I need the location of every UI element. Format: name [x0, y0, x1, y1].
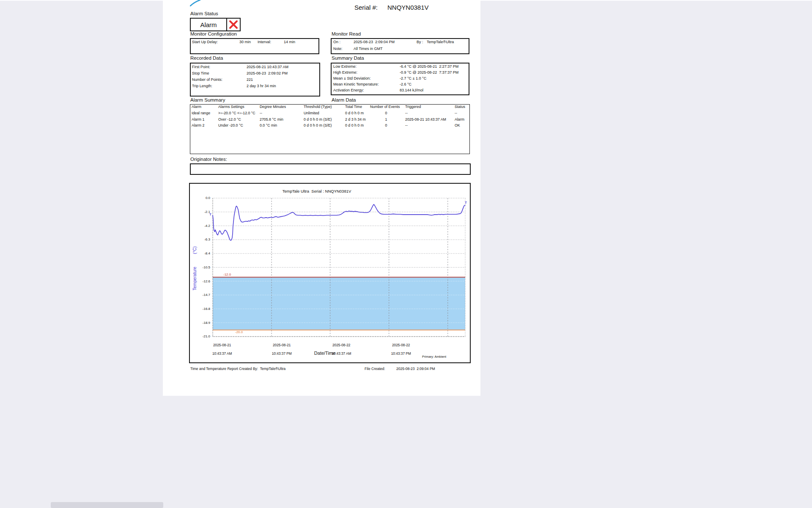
monitor-configuration-title: Monitor Configuration — [190, 31, 237, 36]
startup-delay-label: Start Up Delay: — [192, 40, 218, 44]
x-tick-date: 2025-08-22 — [332, 343, 350, 347]
summary-row-label: Low Extreme: — [333, 64, 357, 69]
read-note-label: Note: — [333, 47, 343, 51]
recorded-row-value: 2025-08-23 2:09:02 PM — [247, 71, 288, 75]
x-tick-time: 10:43:37 AM — [212, 351, 232, 356]
monitor-read-title: Monitor Read — [332, 31, 361, 36]
alarm-table-cell: Over -12.0 °C — [218, 117, 241, 121]
recorded-row-label: First Point: — [192, 65, 210, 69]
alarm-status-title: Alarm Status — [190, 11, 218, 16]
svg-text:T: T — [465, 201, 467, 204]
summary-row-value: -2.6 °C — [400, 82, 411, 86]
temperature-chart: TT TempTale Ultra Serial : NNQYN0381V 0.… — [189, 183, 471, 363]
summary-row-value: -6.4 °C @ 2025-08-21 2:27:37 PM — [400, 64, 458, 69]
alarm-table-cell: 0 d 0 h 0 m (S/E) — [304, 123, 332, 127]
x-tick: 2025-08-22 10:43:37 PM — [380, 339, 414, 360]
recorded-row-value: 2025-08-21 10:43:37 AM — [247, 65, 288, 69]
report-page: Serial #: NNQYN0381V Alarm Status Alarm … — [163, 0, 480, 396]
taskbar-fragment — [51, 502, 163, 508]
interval-label: Interval: — [258, 40, 271, 44]
read-on-value: 2025-08-23 2:09:04 PM — [354, 40, 395, 44]
alarm-col-header: Alarm — [192, 105, 201, 109]
alarm-col-header: Triggered — [405, 105, 421, 109]
x-tick: 2025-08-21 10:43:37 PM — [261, 339, 295, 360]
footer-created-by: Time and Temperature Report Created By: … — [190, 367, 285, 371]
alarm-table-cell: 0 — [367, 111, 406, 115]
y-tick: 0.0 — [190, 196, 210, 200]
summary-row-label: Activation Energy: — [333, 88, 364, 92]
recorded-data-box: First Point: 2025-08-21 10:43:37 AM Stop… — [190, 63, 320, 97]
x-axis-label: Date/Time — [240, 351, 409, 356]
read-note-value: All Times in GMT — [354, 47, 383, 51]
x-tick: 2025-08-22 10:43:37 AM — [321, 339, 354, 360]
summary-row-label: Mean Kinetic Temperature: — [333, 82, 379, 86]
band-high-label: -12.0 — [223, 273, 231, 276]
y-axis-label-text: Temperature — [192, 267, 197, 290]
originator-notes-title: Originator Notes: — [190, 157, 227, 162]
alarm-table-cell: Ideal range — [192, 111, 210, 115]
alarm-table-cell: >=-20.0 °C <=-12.0 °C — [218, 111, 255, 115]
alarm-col-header: Number of Events — [370, 105, 400, 109]
summary-row-label: Mean ± Std Deviation: — [333, 76, 370, 80]
screen-background: Serial #: NNQYN0381V Alarm Status Alarm … — [0, 0, 812, 508]
y-axis-label: Temperature (°C) — [192, 213, 197, 323]
alarm-table-cell: 0 — [367, 123, 406, 127]
startup-delay-value: 30 min — [239, 40, 251, 44]
recorded-row-value: 2 day 3 hr 34 min — [247, 84, 276, 88]
alarm-table-cell: 2025-08-21 10:43:37 AM — [405, 117, 446, 121]
alarm-table-cell: Under -20.0 °C — [218, 123, 243, 127]
alarm-table-cell: Alarm 2 — [192, 123, 204, 127]
summary-data-title: Summary Data — [332, 55, 364, 61]
recorded-row-value: 221 — [247, 77, 253, 82]
recorded-row-label: Stop Time — [192, 71, 209, 75]
band-low-label: -20.0 — [235, 330, 243, 334]
serial-label: Serial #: — [354, 4, 378, 11]
summary-row-value: 83.144 kJ/mol — [400, 88, 423, 92]
alarm-col-header: Threshold (Type) — [304, 105, 332, 109]
alarm-table-cell: 1 — [367, 117, 406, 121]
y-tick: -21.0 — [190, 334, 210, 338]
x-tick-date: 2025-08-21 — [273, 343, 291, 347]
x-tick: 2025-08-21 10:43:37 AM — [201, 339, 235, 360]
alarm-x-icon — [229, 20, 238, 29]
alarm-table-cell: -- — [405, 111, 408, 115]
x-tick-date: 2025-08-22 — [392, 343, 410, 347]
summary-row-value: -0.9 °C @ 2025-08-22 7:37:37 PM — [400, 70, 458, 75]
read-by-value: TempTale®Ultra — [427, 40, 454, 44]
alarm-table-cell: Alarm 1 — [192, 117, 204, 121]
chart-title: TempTale Ultra Serial : NNQYN0381V — [241, 189, 393, 193]
alarm-table-cell: OK — [455, 123, 460, 127]
alarm-col-header: Degree Minutes — [260, 105, 286, 109]
alarm-col-header: Alarms Settings — [218, 105, 244, 109]
alarm-table-cell: -- — [260, 111, 262, 115]
alarm-table-cell: 0 d 0 h 0 m (S/E) — [304, 117, 332, 121]
chart-canvas: TT — [190, 184, 470, 362]
alarm-table-cell: 2705.8 °C min — [260, 117, 283, 121]
serial-value: NNQYN0381V — [387, 4, 429, 11]
monitor-read-box: On : 2025-08-23 2:09:04 PM By : TempTale… — [331, 38, 469, 54]
read-on-label: On : — [333, 40, 340, 44]
interval-value: 14 min — [284, 40, 295, 44]
alarm-table-cell: Unlimited — [304, 111, 319, 115]
alarm-col-header: Status — [455, 105, 465, 109]
alarm-table-cell: 2 d 3 h 34 m — [345, 117, 366, 121]
blue-pen-mark-icon — [190, 0, 201, 6]
footer-file-created-value: 2025-08-23 2:09:04 PM — [396, 367, 435, 371]
summary-data-box: Low Extreme: -6.4 °C @ 2025-08-21 2:27:3… — [331, 63, 469, 95]
alarm-table-cell: 0.0 °C min — [260, 123, 277, 127]
summary-row-label: High Extreme: — [333, 70, 357, 75]
alarm-table-cell: 0 d 0 h 0 m — [345, 123, 364, 127]
monitor-configuration-box: Start Up Delay: 30 min Interval: 14 min — [190, 38, 319, 54]
read-by-label: By : — [417, 40, 423, 44]
y-axis-label-unit: (°C) — [192, 246, 197, 254]
chart-legend: Primary: Ambient — [422, 355, 446, 359]
alarm-data-title: Alarm Data — [332, 97, 356, 102]
x-tick-date: 2025-08-21 — [213, 343, 231, 347]
recorded-data-title: Recorded Data — [190, 55, 223, 61]
summary-row-value: -2.7 °C ± 1.0 °C — [400, 76, 426, 80]
alarm-status-value: Alarm — [191, 19, 226, 30]
recorded-row-label: Number of Points: — [192, 77, 222, 82]
footer-file-created-label: File Created: — [365, 367, 385, 371]
alarm-table-cell: -- — [455, 111, 457, 115]
alarm-x-cell — [226, 19, 240, 30]
